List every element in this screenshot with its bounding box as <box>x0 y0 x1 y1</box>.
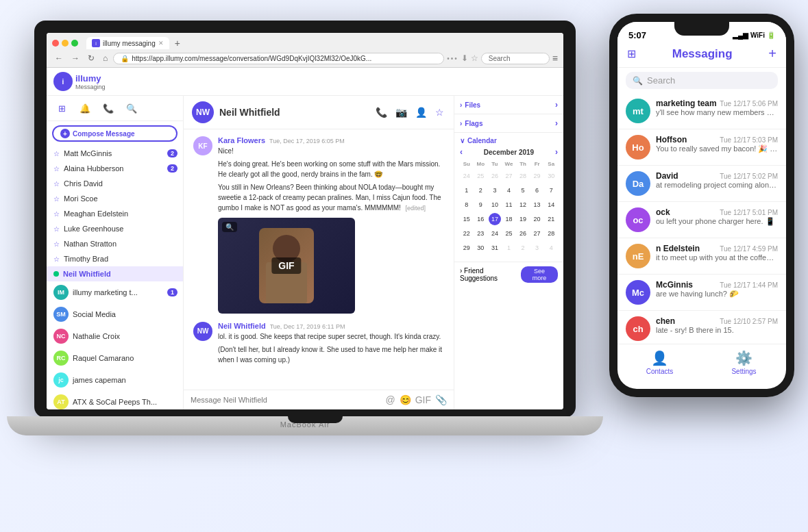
cal-day[interactable]: 25 <box>474 170 487 182</box>
close-button[interactable] <box>52 40 59 47</box>
contact-list-item[interactable]: ☆Nathan Stratton <box>47 236 183 251</box>
emoji-icon[interactable]: 😊 <box>400 394 411 405</box>
cal-day[interactable]: 8 <box>461 199 473 211</box>
cal-day-today[interactable]: 17 <box>489 213 501 225</box>
cal-day[interactable]: 27 <box>502 170 515 182</box>
cal-day[interactable]: 20 <box>531 213 543 225</box>
cal-day[interactable]: 4 <box>502 184 515 197</box>
message-input[interactable] <box>191 396 381 404</box>
phone-new-message-icon[interactable]: + <box>768 46 776 62</box>
cal-day[interactable]: 3 <box>489 184 501 197</box>
flags-header[interactable]: › Flags › <box>460 118 558 128</box>
phone-message-item[interactable]: oc ock Tue 12/17 5:01 PM ou left your ph… <box>617 202 786 238</box>
cal-day[interactable]: 28 <box>517 170 529 182</box>
cal-day[interactable]: 4 <box>545 242 557 254</box>
flags-expand-icon[interactable]: › <box>555 118 558 128</box>
cal-day[interactable]: 27 <box>531 227 543 240</box>
files-header[interactable]: › Files › <box>460 100 558 110</box>
cal-day[interactable]: 10 <box>489 199 501 211</box>
browser-menu-icon[interactable]: ≡ <box>552 53 558 64</box>
at-mention-icon[interactable]: @ <box>385 394 395 405</box>
cal-day[interactable]: 11 <box>502 199 515 211</box>
cal-day[interactable]: 30 <box>474 242 487 254</box>
bell-icon[interactable]: 🔔 <box>77 100 93 116</box>
cal-day[interactable]: 24 <box>489 227 501 240</box>
contact-list-item[interactable]: ☆Meaghan Edelstein <box>47 206 183 221</box>
cal-day[interactable]: 2 <box>474 184 487 197</box>
contact-list-item[interactable]: IMillumy marketing t...1 <box>47 281 183 303</box>
star-icon[interactable]: ☆ <box>434 105 445 119</box>
cal-day[interactable]: 6 <box>531 184 543 197</box>
files-expand-icon[interactable]: › <box>555 100 558 110</box>
contact-list-item[interactable]: ATATX & SoCal Peeps Th... <box>47 391 183 409</box>
phone-message-item[interactable]: Ho Hoffson Tue 12/17 5:03 PM You to real… <box>617 129 786 166</box>
cal-day[interactable]: 5 <box>517 184 529 197</box>
cal-day[interactable]: 26 <box>517 227 529 240</box>
grid-icon[interactable]: ⊞ <box>53 100 70 116</box>
contact-list-item[interactable]: SMSocial Media <box>47 303 183 325</box>
contact-list-item[interactable]: ☆Matt McGinnis2 <box>47 146 183 161</box>
contact-list-item[interactable]: ☆Alaina Hubberson2 <box>47 161 183 176</box>
compose-button[interactable]: + Compose Message <box>52 125 177 142</box>
back-button[interactable]: ← <box>52 52 66 64</box>
video-call-icon[interactable]: 📷 <box>394 105 408 119</box>
cal-day[interactable]: 23 <box>474 227 487 240</box>
calendar-next-icon[interactable]: › <box>555 147 558 157</box>
home-button[interactable]: ⌂ <box>100 52 110 64</box>
maximize-button[interactable] <box>71 40 78 47</box>
browser-options-icon[interactable]: ••• <box>447 55 458 62</box>
calendar-header[interactable]: ∨ Calendar <box>460 137 558 144</box>
cal-day[interactable]: 29 <box>531 170 543 182</box>
phone-message-item[interactable]: mt marketing team Tue 12/17 5:06 PM y'll… <box>617 93 786 129</box>
new-tab-icon[interactable]: + <box>175 38 180 49</box>
cal-day[interactable]: 19 <box>517 213 529 225</box>
gif-icon[interactable]: GIF <box>415 394 431 405</box>
cal-day[interactable]: 24 <box>461 170 473 182</box>
cal-day[interactable]: 3 <box>531 242 543 254</box>
cal-day[interactable]: 15 <box>461 213 473 225</box>
phone-message-item[interactable]: Da David Tue 12/17 5:02 PM at remodeling… <box>617 166 786 202</box>
calendar-prev-icon[interactable]: ‹ <box>460 147 463 157</box>
phone-message-item[interactable]: Mc McGinnis Tue 12/17 1:44 PM are we hav… <box>617 275 786 311</box>
cal-day[interactable]: 14 <box>545 199 557 211</box>
forward-button[interactable]: → <box>69 52 82 64</box>
bookmark-icon[interactable]: ☆ <box>471 53 478 63</box>
contact-list-item[interactable]: jcjames capeman <box>47 369 183 391</box>
cal-day[interactable]: 7 <box>545 184 557 197</box>
cal-day[interactable]: 31 <box>489 242 501 254</box>
cal-day[interactable]: 13 <box>531 199 543 211</box>
zoom-icon[interactable]: 🔍 <box>222 222 237 232</box>
cal-day[interactable]: 12 <box>517 199 529 211</box>
contact-list-item[interactable]: Neil Whitfield <box>47 266 183 281</box>
cal-day[interactable]: 28 <box>545 227 557 240</box>
contact-list-item[interactable]: ☆Timothy Brad <box>47 251 183 266</box>
browser-tab[interactable]: i illumy messaging ✕ <box>86 37 169 49</box>
cal-day[interactable]: 30 <box>545 170 557 182</box>
phone-message-item[interactable]: nE n Edelstein Tue 12/17 4:59 PM it to m… <box>617 238 786 275</box>
phone-icon[interactable]: 📞 <box>100 100 117 116</box>
contact-list-item[interactable]: ☆Luke Greenhouse <box>47 221 183 236</box>
profile-icon[interactable]: 👤 <box>414 105 428 119</box>
cal-day[interactable]: 18 <box>502 213 515 225</box>
cal-day[interactable]: 25 <box>502 227 515 240</box>
cal-day[interactable]: 2 <box>517 242 529 254</box>
see-more-button[interactable]: See more <box>521 266 558 283</box>
contact-list-item[interactable]: ☆Mori Scoe <box>47 191 183 206</box>
phone-contacts-tab[interactable]: 👤 Contacts <box>617 350 702 375</box>
voice-call-icon[interactable]: 📞 <box>374 105 389 119</box>
minimize-button[interactable] <box>62 40 69 47</box>
cal-day[interactable]: 9 <box>474 199 487 211</box>
cal-day[interactable]: 26 <box>489 170 501 182</box>
contact-list-item[interactable]: ☆Chris David <box>47 176 183 191</box>
phone-search-bar[interactable]: 🔍 Search <box>626 72 778 89</box>
attachment-icon[interactable]: 📎 <box>435 394 447 405</box>
cal-day[interactable]: 1 <box>461 184 473 197</box>
phone-grid-icon[interactable]: ⊞ <box>627 47 636 60</box>
phone-message-item[interactable]: ch chen Tue 12/10 2:57 PM late - sry! B … <box>617 311 786 344</box>
cal-day[interactable]: 22 <box>461 227 473 240</box>
refresh-button[interactable]: ↻ <box>85 52 97 64</box>
phone-settings-tab[interactable]: ⚙️ Settings <box>702 350 786 375</box>
cal-day[interactable]: 1 <box>502 242 515 254</box>
cal-day[interactable]: 16 <box>474 213 487 225</box>
cal-day[interactable]: 21 <box>545 213 557 225</box>
